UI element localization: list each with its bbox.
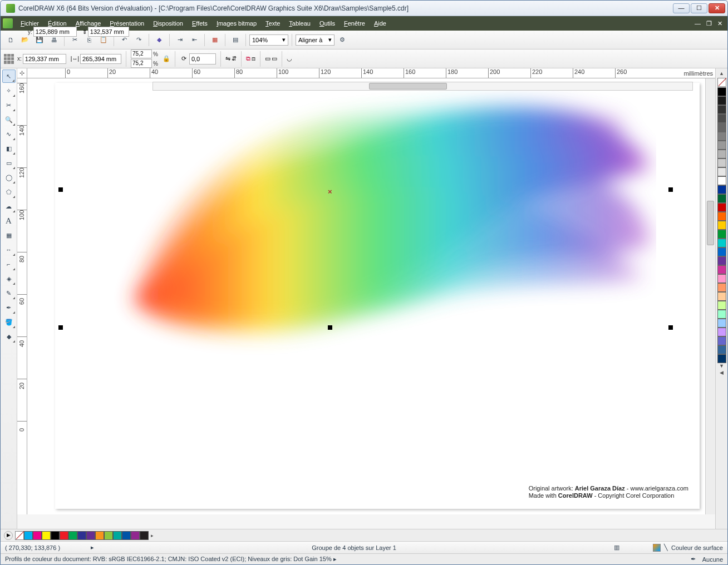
ungroup-all-button[interactable]: ⧈	[252, 55, 255, 62]
color-swatch[interactable]	[717, 336, 726, 345]
y-position-input[interactable]: 125,889 mm	[33, 27, 77, 37]
doc-color-swatch[interactable]	[140, 531, 149, 540]
menu-disposition[interactable]: Disposition	[149, 18, 188, 29]
doc-color-swatch[interactable]	[42, 531, 51, 540]
doc-color-swatch[interactable]	[104, 531, 113, 540]
doc-palette-expand[interactable]: ▸	[149, 533, 156, 538]
to-front-button[interactable]: ▭	[265, 55, 270, 62]
menu-fenetre[interactable]: Fenêtre	[340, 18, 370, 29]
app-menu-icon[interactable]	[3, 18, 13, 28]
object-origin-grid[interactable]	[4, 54, 14, 64]
selection-handle-bl[interactable]	[58, 325, 63, 330]
connector-tool[interactable]: ⌐	[2, 257, 16, 271]
mirror-v-button[interactable]: ⇵	[232, 55, 237, 62]
mirror-h-button[interactable]: ⇋	[225, 55, 230, 62]
doc-color-swatch[interactable]	[86, 531, 95, 540]
color-swatch[interactable]	[717, 203, 726, 212]
doc-color-swatch[interactable]	[131, 531, 140, 540]
height-input[interactable]: 132,537 mm	[88, 27, 129, 37]
zoom-level-select[interactable]: 104% ▾	[249, 34, 288, 46]
color-swatch[interactable]	[717, 274, 726, 283]
menu-bitmap[interactable]: Images bitmap	[212, 18, 261, 29]
doc-color-swatch[interactable]	[77, 531, 86, 540]
mdi-close-button[interactable]: ✕	[715, 19, 725, 28]
outline-tool[interactable]: ✒	[2, 301, 16, 314]
search-button[interactable]: ◆	[153, 33, 166, 47]
convert-curves-button[interactable]: ◡	[287, 55, 292, 62]
color-swatch[interactable]	[717, 96, 726, 105]
color-swatch[interactable]	[717, 167, 726, 176]
to-back-button[interactable]: ▭	[272, 55, 277, 62]
doc-no-color-swatch[interactable]	[15, 531, 24, 540]
import-button[interactable]: ⇥	[173, 33, 186, 47]
doc-color-swatch[interactable]	[68, 531, 77, 540]
palette-expand-button[interactable]: ◀	[717, 370, 726, 376]
scale-y-input[interactable]: 75,2	[131, 59, 152, 68]
color-swatch[interactable]	[717, 123, 726, 132]
ruler-origin-button[interactable]: ⊹	[17, 68, 27, 78]
menu-aide[interactable]: Aide	[370, 18, 391, 29]
fill-flyout-icon[interactable]: ╲	[664, 544, 668, 551]
color-swatch[interactable]	[717, 310, 726, 319]
close-button[interactable]: ✕	[709, 3, 725, 13]
pick-tool[interactable]: ↖	[2, 70, 16, 83]
minimize-button[interactable]: —	[673, 3, 690, 13]
eyedropper-tool[interactable]: ✎	[2, 286, 16, 300]
color-swatch[interactable]	[717, 328, 726, 336]
doc-color-swatch[interactable]	[51, 531, 60, 540]
doc-color-swatch[interactable]	[60, 531, 68, 540]
selection-handle-bm[interactable]	[328, 325, 332, 330]
fill-swatch[interactable]	[653, 544, 661, 552]
interactive-tool[interactable]: ◈	[2, 272, 16, 285]
mdi-minimize-button[interactable]: —	[692, 19, 704, 28]
color-swatch[interactable]	[717, 221, 726, 230]
doc-color-swatch[interactable]	[122, 531, 131, 540]
polygon-tool[interactable]: ⬠	[2, 185, 16, 199]
titlebar[interactable]: CorelDRAW X6 (64 Bits Version d'évaluati…	[1, 1, 727, 16]
color-swatch[interactable]	[717, 345, 726, 354]
hscroll-thumb[interactable]	[369, 83, 447, 90]
menu-texte[interactable]: Texte	[261, 18, 284, 29]
ruler-horizontal[interactable]: millimètres 0204060801001201401601802002…	[27, 68, 715, 78]
color-swatch[interactable]	[717, 158, 726, 167]
no-color-swatch[interactable]	[717, 78, 726, 87]
color-swatch[interactable]	[717, 301, 726, 310]
menu-outils[interactable]: Outils	[315, 18, 340, 29]
menu-tableau[interactable]: Tableau	[284, 18, 315, 29]
color-swatch[interactable]	[717, 87, 726, 96]
palette-flyout-button[interactable]: ▶	[4, 531, 13, 540]
lock-ratio-button[interactable]: 🔒	[163, 55, 170, 62]
basic-shapes-tool[interactable]: ☁	[2, 200, 16, 213]
color-swatch[interactable]	[717, 256, 726, 265]
maximize-button[interactable]: ☐	[691, 3, 707, 13]
color-swatch[interactable]	[717, 150, 726, 158]
doc-color-swatch[interactable]	[113, 531, 122, 540]
menu-effets[interactable]: Effets	[188, 18, 212, 29]
scale-x-input[interactable]: 75,2	[131, 49, 152, 58]
canvas-viewport[interactable]: Original artwork: Ariel Garaza Díaz - ww…	[27, 78, 705, 514]
color-swatch[interactable]	[717, 292, 726, 301]
ungroup-button[interactable]: ⧉	[246, 55, 250, 62]
palette-scroll-down[interactable]: ▼	[717, 363, 726, 370]
mdi-restore-button[interactable]: ❐	[704, 19, 715, 28]
freehand-tool[interactable]: ∿	[2, 127, 16, 141]
color-swatch[interactable]	[717, 132, 726, 141]
rectangle-tool[interactable]: ▭	[2, 156, 16, 170]
color-swatch[interactable]	[717, 354, 726, 363]
color-swatch[interactable]	[717, 141, 726, 150]
color-swatch[interactable]	[717, 212, 726, 221]
ruler-vertical[interactable]: millimètres 160140120100806040200	[17, 78, 27, 514]
selection-handle-br[interactable]	[668, 325, 673, 330]
doc-color-swatch[interactable]	[95, 531, 104, 540]
vertical-scrollbar[interactable]	[705, 78, 715, 514]
zoom-tool[interactable]: 🔍	[2, 113, 16, 126]
interactive-fill-tool[interactable]: ◆	[2, 330, 16, 343]
doc-color-swatch[interactable]	[33, 531, 42, 540]
fill-tool[interactable]: 🪣	[2, 315, 16, 329]
ellipse-tool[interactable]: ◯	[2, 171, 16, 184]
object-details-button[interactable]: ▥	[614, 544, 619, 551]
export-button[interactable]: ⇤	[188, 33, 201, 47]
options-button[interactable]: ⚙	[336, 33, 349, 47]
color-swatch[interactable]	[717, 265, 726, 274]
dimension-tool[interactable]: ↔	[2, 243, 16, 256]
